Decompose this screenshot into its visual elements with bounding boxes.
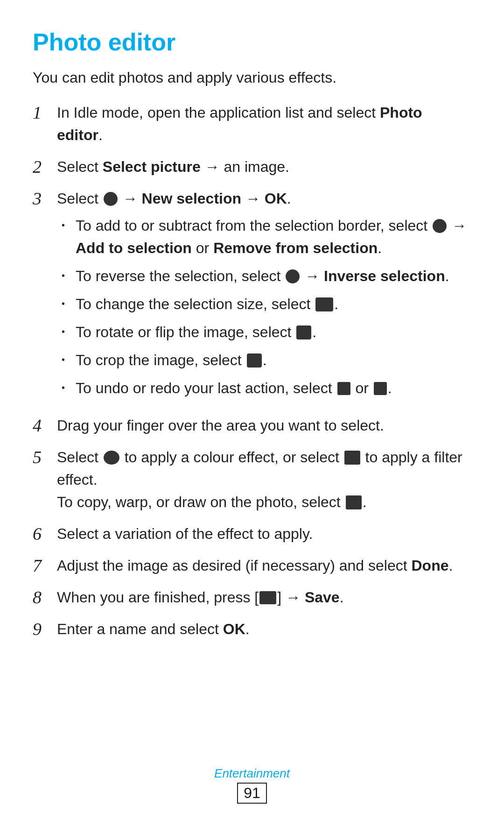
step-5: 5 Select to apply a colour effect, or se… [33,446,471,513]
step-2-content: Select Select picture → an image. [57,156,471,178]
bullet-dot-2: • [62,265,76,283]
step-3-bullet-4: • To rotate or flip the image, select . [62,321,471,343]
footer-page: 91 [237,783,267,804]
step-3-bullet-2-text: To reverse the selection, select → Inver… [76,265,449,287]
step-1-content: In Idle mode, open the application list … [57,101,471,146]
step-number-2: 2 [33,156,57,177]
step-3: 3 Select → New selection → OK. • To add … [33,187,471,405]
color-effect-icon [104,451,119,465]
circle-icon-3 [286,269,300,283]
step-9-content: Enter a name and select OK. [57,618,471,640]
step-7: 7 Adjust the image as desired (if necess… [33,554,471,577]
step-number-6: 6 [33,523,57,544]
step-3-bullet-6-text: To undo or redo your last action, select… [76,377,392,399]
step-3-bullet-5-text: To crop the image, select . [76,349,267,371]
redo-icon [374,382,387,395]
step-number-8: 8 [33,586,57,608]
step-number-7: 7 [33,554,57,576]
step-3-content: Select → New selection → OK. • To add to… [57,187,471,405]
circle-icon-2 [433,219,447,233]
steps-list: 1 In Idle mode, open the application lis… [33,101,471,640]
bullet-dot-5: • [62,349,76,367]
tool-icon [346,495,362,509]
step-number-4: 4 [33,414,57,436]
step-3-bullet-5: • To crop the image, select . [62,349,471,371]
footer-category: Entertainment [0,766,504,781]
step-3-bullet-6: • To undo or redo your last action, sele… [62,377,471,399]
step-number-9: 9 [33,618,57,639]
undo-icon [337,382,350,395]
footer: Entertainment 91 [0,766,504,804]
step-number-3: 3 [33,187,57,209]
page-title: Photo editor [33,28,471,56]
bullet-dot: • [62,214,76,232]
step-3-bullet-3-text: To change the selection size, select . [76,293,338,315]
rotate-icon [296,325,311,339]
step-3-bullet-2: • To reverse the selection, select → Inv… [62,265,471,287]
step-number-5: 5 [33,446,57,467]
step-3-bullets: • To add to or subtract from the selecti… [62,214,471,399]
circle-icon [104,192,118,206]
step-2: 2 Select Select picture → an image. [33,156,471,178]
bullet-dot-3: • [62,293,76,311]
resize-icon [315,297,333,311]
step-9: 9 Enter a name and select OK. [33,618,471,640]
step-3-bullet-1: • To add to or subtract from the selecti… [62,214,471,259]
step-6: 6 Select a variation of the effect to ap… [33,523,471,545]
step-6-content: Select a variation of the effect to appl… [57,523,471,545]
step-3-bullet-3: • To change the selection size, select . [62,293,471,315]
step-4: 4 Drag your finger over the area you wan… [33,414,471,437]
intro-text: You can edit photos and apply various ef… [33,69,471,86]
bullet-dot-4: • [62,321,76,339]
step-1: 1 In Idle mode, open the application lis… [33,101,471,146]
step-7-content: Adjust the image as desired (if necessar… [57,554,471,577]
step-3-bullet-1-text: To add to or subtract from the selection… [76,214,471,259]
step-number-1: 1 [33,101,57,123]
bullet-dot-6: • [62,377,76,395]
step-3-bullet-4-text: To rotate or flip the image, select . [76,321,316,343]
crop-icon [247,353,262,368]
filter-icon [344,451,360,465]
step-5-content: Select to apply a colour effect, or sele… [57,446,471,513]
menu-icon [259,591,276,604]
step-4-content: Drag your finger over the area you want … [57,414,471,437]
step-8: 8 When you are finished, press [] → Save… [33,586,471,608]
step-8-content: When you are finished, press [] → Save. [57,586,471,608]
